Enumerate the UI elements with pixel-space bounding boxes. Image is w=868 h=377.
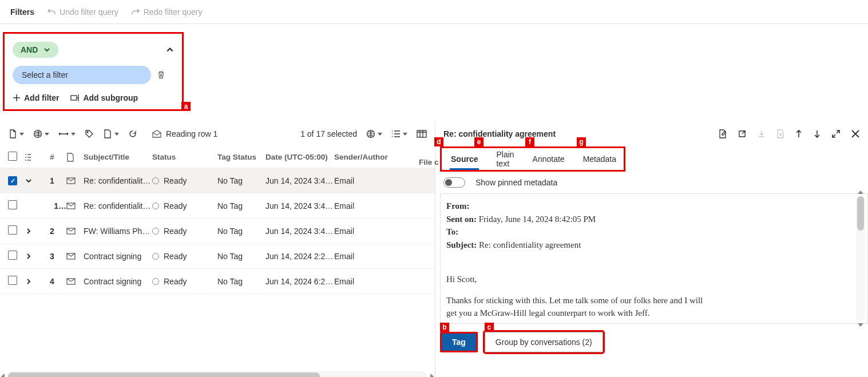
col-sender[interactable]: Sender/Author (334, 153, 403, 161)
chevron-down-icon (45, 133, 49, 136)
arrow-up-icon (795, 129, 803, 138)
undo-filter-button[interactable]: Undo filter query (47, 7, 118, 17)
refresh-button[interactable] (128, 129, 137, 138)
callout-g: g (577, 137, 586, 146)
collapse-group-button[interactable] (166, 46, 174, 54)
row-checkbox[interactable] (8, 200, 17, 209)
expand-row-toggle[interactable] (24, 253, 33, 260)
col-fileclass[interactable]: File c (419, 158, 439, 166)
redo-filter-button[interactable]: Redo filter query (131, 7, 203, 17)
row-date: Jun 14, 2024 2:28:1… (265, 252, 334, 261)
file-icon (8, 129, 17, 138)
chevron-down-icon (71, 133, 76, 136)
operator-label: AND (21, 45, 38, 54)
table-body: ✓1Re: confidentiality …ReadyNo TagJun 14… (0, 168, 435, 294)
select-all-checkbox[interactable] (8, 152, 17, 161)
add-subgroup-button[interactable]: Add subgroup (70, 93, 138, 102)
col-subject[interactable]: Subject/Title (84, 153, 152, 161)
group-conversations-button[interactable]: Group by conversations (2) (485, 332, 603, 352)
row-subject: FW: Williams Physi… (84, 227, 152, 236)
tab-metadata[interactable]: Metadata (574, 148, 625, 170)
horizontal-scrollbar[interactable] (8, 371, 427, 377)
table-row[interactable]: ✓1Re: confidentiality …ReadyNo TagJun 14… (0, 168, 435, 193)
add-subgroup-label: Add subgroup (83, 93, 138, 102)
tab-source[interactable]: Source (442, 148, 487, 170)
vertical-scrollbar[interactable] (856, 196, 865, 321)
chevron-down-icon (25, 177, 32, 184)
table-row[interactable]: 1…Re: confidentiality …ReadyNo TagJun 14… (0, 193, 435, 219)
scroll-thumb[interactable] (8, 372, 320, 377)
close-pane-button[interactable] (851, 129, 860, 138)
operator-pill[interactable]: AND (13, 42, 58, 58)
prev-item-button[interactable] (795, 129, 803, 138)
preview-title: Re: confidentiality agreement (443, 129, 556, 138)
table-row[interactable]: 2FW: Williams Physi…ReadyNo TagJun 14, 2… (0, 219, 435, 244)
delete-preview-button[interactable] (776, 129, 784, 138)
popout-button[interactable] (738, 129, 747, 138)
expand-row-button[interactable] (58, 131, 76, 137)
table-row[interactable]: 4Contract signingReadyNo TagJun 14, 2024… (0, 269, 435, 294)
row-fileclass: Email (334, 252, 403, 261)
expand-row-toggle[interactable] (24, 278, 33, 285)
tab-plain-text[interactable]: Plain text (487, 148, 523, 170)
expand-pane-button[interactable] (831, 129, 841, 138)
reading-row-label: Reading row 1 (166, 129, 217, 138)
callout-d: d (434, 137, 443, 146)
file-icon-button[interactable] (8, 129, 24, 138)
next-item-button[interactable] (813, 129, 821, 138)
callout-c: c (485, 323, 494, 332)
row-subject: Contract signing (84, 252, 152, 261)
add-filter-button[interactable]: Add filter (13, 93, 59, 102)
arrow-down-icon (813, 129, 821, 138)
top-filter-bar: Filters Undo filter query Redo filter qu… (0, 0, 868, 24)
tab-annotate[interactable]: Annotate (524, 148, 574, 170)
locale-button[interactable] (366, 129, 382, 138)
scroll-thumb[interactable] (857, 196, 864, 231)
columns-icon (417, 130, 427, 138)
row-checkbox[interactable] (8, 225, 17, 235)
row-checkbox[interactable]: ✓ (8, 176, 17, 185)
page-icon (103, 129, 112, 138)
file-type-icon[interactable] (66, 153, 74, 162)
page-action-button[interactable] (103, 129, 119, 138)
row-tag: No Tag (217, 201, 265, 211)
expand-row-toggle[interactable] (24, 177, 33, 184)
status-dot-icon (152, 278, 159, 285)
table-row[interactable]: 3Contract signingReadyNo TagJun 14, 2024… (0, 244, 435, 269)
status-dot-icon (152, 253, 159, 260)
col-status[interactable]: Status (152, 153, 217, 161)
chevron-down-icon (378, 133, 382, 136)
svg-point-2 (87, 132, 88, 133)
mail-icon (66, 203, 84, 209)
tree-icon[interactable] (24, 153, 32, 161)
row-tag: No Tag (217, 176, 265, 185)
callout-b: b (440, 323, 449, 332)
col-number[interactable]: # (38, 153, 66, 161)
undo-label: Undo filter query (60, 7, 118, 17)
show-pinned-toggle[interactable] (443, 177, 465, 188)
mail-icon (66, 177, 84, 184)
mail-icon (66, 278, 84, 285)
filter-builder-card: AND Select a filter Add filter (3, 32, 184, 111)
download-button[interactable] (757, 129, 766, 138)
col-tag[interactable]: Tag Status (217, 153, 265, 161)
expand-row-toggle[interactable] (24, 228, 33, 235)
tag-button[interactable]: Tag (440, 332, 478, 352)
row-status: Ready (152, 252, 217, 261)
add-filter-label: Add filter (24, 93, 59, 102)
row-subject: Re: confidentiality … (84, 201, 152, 211)
col-date[interactable]: Date (UTC-05:00) (265, 153, 334, 161)
tag-icon-button[interactable] (85, 129, 94, 138)
row-checkbox[interactable] (8, 251, 17, 260)
columns-button[interactable] (417, 130, 427, 138)
group-button[interactable] (391, 130, 407, 138)
to-label: To: (446, 227, 458, 236)
row-checkbox[interactable] (8, 276, 17, 285)
tag-icon (85, 129, 94, 138)
globe-options-button[interactable] (33, 129, 49, 138)
email-greeting: Hi Scott, (446, 273, 847, 286)
select-filter-pill[interactable]: Select a filter (13, 66, 151, 84)
edit-button[interactable] (718, 129, 727, 138)
row-status: Ready (152, 227, 217, 236)
delete-filter-button[interactable] (157, 70, 165, 80)
